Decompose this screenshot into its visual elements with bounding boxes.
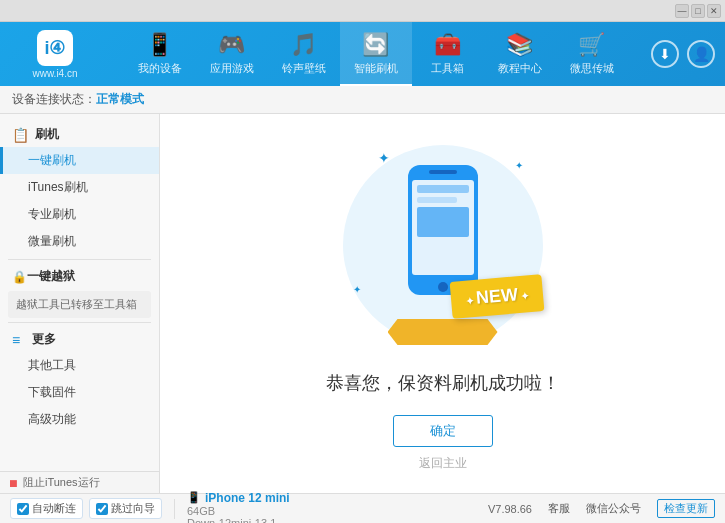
sidebar-item-one-click-flash[interactable]: 一键刷机 — [0, 147, 159, 174]
more-section-label: 更多 — [32, 331, 56, 348]
divider-2 — [8, 322, 151, 323]
nav-label-toolbox: 工具箱 — [431, 61, 464, 76]
nav-label-my-device: 我的设备 — [138, 61, 182, 76]
nav-items: 📱我的设备🎮应用游戏🎵铃声壁纸🔄智能刷机🧰工具箱📚教程中心🛒微思传城 — [100, 22, 651, 86]
success-message: 恭喜您，保资料刷机成功啦！ — [326, 371, 560, 395]
device-name-row: 📱 iPhone 12 mini — [187, 491, 290, 505]
sidebar-item-other-tools[interactable]: 其他工具 — [0, 352, 159, 379]
nav-icon-ringtones: 🎵 — [290, 32, 317, 58]
nav-icon-apps-games: 🎮 — [218, 32, 245, 58]
nav-icon-my-device: 📱 — [146, 32, 173, 58]
nav-label-ringtones: 铃声壁纸 — [282, 61, 326, 76]
nav-right: ⬇ 👤 — [651, 40, 715, 68]
nav-icon-smart-store: 🔄 — [362, 32, 389, 58]
statusbar: 设备连接状态： 正常模式 — [0, 86, 725, 114]
success-illustration: ✦ ✦ ✦ NEW — [333, 135, 553, 355]
more-section-icon: ≡ — [12, 332, 20, 348]
bottombar-right: V7.98.66 客服 微信公众号 检查更新 — [488, 499, 715, 518]
nav-item-ringtones[interactable]: 🎵铃声壁纸 — [268, 22, 340, 86]
nav-item-smart-store[interactable]: 🔄智能刷机 — [340, 22, 412, 86]
svg-rect-4 — [417, 185, 469, 193]
sidebar-section-title-flash: 📋 刷机 — [0, 122, 159, 147]
svg-point-3 — [438, 282, 448, 292]
sidebar-item-restore-flash[interactable]: 微量刷机 — [0, 228, 159, 255]
bottombar-left: 自动断连 跳过向导 📱 iPhone 12 mini 64GB Down-12m… — [10, 489, 290, 524]
content-area: ✦ ✦ ✦ NEW 恭喜您，保资料刷机成功啦！ 确定 返回主业 — [160, 114, 725, 493]
bottom-wrapper: 自动断连 跳过向导 📱 iPhone 12 mini 64GB Down-12m… — [0, 493, 725, 523]
confirm-button[interactable]: 确定 — [393, 415, 493, 447]
checkboxes-row: 自动断连 跳过向导 — [10, 498, 162, 519]
sparkle-2: ✦ — [515, 160, 523, 171]
sidebar-section-title-more: ≡ 更多 — [0, 327, 159, 352]
update-button[interactable]: 检查更新 — [657, 499, 715, 518]
skip-guide-checkbox[interactable] — [96, 503, 108, 515]
sidebar-section-title-jailbreak: 🔒 一键越狱 — [0, 264, 159, 289]
back-link[interactable]: 返回主业 — [419, 455, 467, 472]
close-button[interactable]: ✕ — [707, 4, 721, 18]
nav-label-smart-store: 智能刷机 — [354, 61, 398, 76]
nav-item-my-device[interactable]: 📱我的设备 — [124, 22, 196, 86]
nav-icon-toolbox: 🧰 — [434, 32, 461, 58]
nav-item-toolbox[interactable]: 🧰工具箱 — [412, 22, 484, 86]
nav-item-apps-games[interactable]: 🎮应用游戏 — [196, 22, 268, 86]
wechat-link[interactable]: 微信公众号 — [586, 501, 641, 516]
skip-guide-label: 跳过向导 — [111, 501, 155, 516]
itunes-label: 阻止iTunes运行 — [23, 475, 100, 490]
lock-icon: 🔒 — [12, 270, 27, 284]
status-prefix: 设备连接状态： — [12, 91, 96, 108]
sidebar-section-flash: 📋 刷机 一键刷机 iTunes刷机 专业刷机 微量刷机 — [0, 122, 159, 255]
sparkle-3: ✦ — [353, 284, 361, 295]
sparkle-1: ✦ — [378, 150, 390, 166]
ribbon — [388, 319, 498, 345]
status-value: 正常模式 — [96, 91, 144, 108]
svg-rect-5 — [417, 197, 457, 203]
divider-1 — [8, 259, 151, 260]
itunes-bar[interactable]: ⏹ 阻止iTunes运行 — [0, 471, 160, 493]
logo-icon: i④ — [37, 30, 73, 66]
sidebar-section-jailbreak: 🔒 一键越狱 越狱工具已转移至工具箱 — [0, 264, 159, 318]
device-name: iPhone 12 mini — [205, 491, 290, 505]
logo-text: www.i4.cn — [32, 68, 77, 79]
sidebar-item-itunes-flash[interactable]: iTunes刷机 — [0, 174, 159, 201]
minimize-button[interactable]: — — [675, 4, 689, 18]
user-button[interactable]: 👤 — [687, 40, 715, 68]
checkbox-group: 自动断连 跳过向导 — [10, 498, 162, 519]
nav-item-wechat-store[interactable]: 🛒微思传城 — [556, 22, 628, 86]
titlebar: — □ ✕ — [0, 0, 725, 22]
jailbreak-notice-text: 越狱工具已转移至工具箱 — [16, 298, 137, 310]
device-firmware: Down-12mini-13,1 — [187, 517, 290, 524]
download-button[interactable]: ⬇ — [651, 40, 679, 68]
stop-icon: ⏹ — [8, 477, 19, 489]
maximize-button[interactable]: □ — [691, 4, 705, 18]
jailbreak-label: 一键越狱 — [27, 268, 75, 285]
nav-label-apps-games: 应用游戏 — [210, 61, 254, 76]
nav-icon-tutorials: 📚 — [506, 32, 533, 58]
nav-icon-wechat-store: 🛒 — [578, 32, 605, 58]
divider-vertical — [174, 499, 175, 519]
main-area: 📋 刷机 一键刷机 iTunes刷机 专业刷机 微量刷机 🔒 一键越狱 越狱工具… — [0, 114, 725, 493]
sidebar-item-download-firmware[interactable]: 下载固件 — [0, 379, 159, 406]
nav-item-tutorials[interactable]: 📚教程中心 — [484, 22, 556, 86]
support-link[interactable]: 客服 — [548, 501, 570, 516]
sidebar-item-pro-flash[interactable]: 专业刷机 — [0, 201, 159, 228]
svg-rect-2 — [429, 170, 457, 174]
skip-guide-checkbox-wrap[interactable]: 跳过向导 — [89, 498, 162, 519]
version-label: V7.98.66 — [488, 503, 532, 515]
auto-close-checkbox[interactable] — [17, 503, 29, 515]
logo-area: i④ www.i4.cn — [10, 30, 100, 79]
bottombar: 自动断连 跳过向导 📱 iPhone 12 mini 64GB Down-12m… — [0, 493, 725, 523]
sidebar-item-advanced[interactable]: 高级功能 — [0, 406, 159, 433]
header: i④ www.i4.cn 📱我的设备🎮应用游戏🎵铃声壁纸🔄智能刷机🧰工具箱📚教程… — [0, 22, 725, 86]
new-badge: NEW — [449, 274, 544, 319]
sidebar: 📋 刷机 一键刷机 iTunes刷机 专业刷机 微量刷机 🔒 一键越狱 越狱工具… — [0, 114, 160, 493]
auto-close-checkbox-wrap[interactable]: 自动断连 — [10, 498, 83, 519]
device-info: 📱 iPhone 12 mini 64GB Down-12mini-13,1 — [187, 491, 290, 524]
svg-rect-6 — [417, 207, 469, 237]
jailbreak-notice: 越狱工具已转移至工具箱 — [8, 291, 151, 318]
device-storage: 64GB — [187, 505, 290, 517]
flash-section-label: 刷机 — [35, 126, 59, 143]
flash-section-icon: 📋 — [12, 127, 29, 143]
nav-label-tutorials: 教程中心 — [498, 61, 542, 76]
auto-close-label: 自动断连 — [32, 501, 76, 516]
sidebar-section-more: ≡ 更多 其他工具 下载固件 高级功能 — [0, 327, 159, 433]
